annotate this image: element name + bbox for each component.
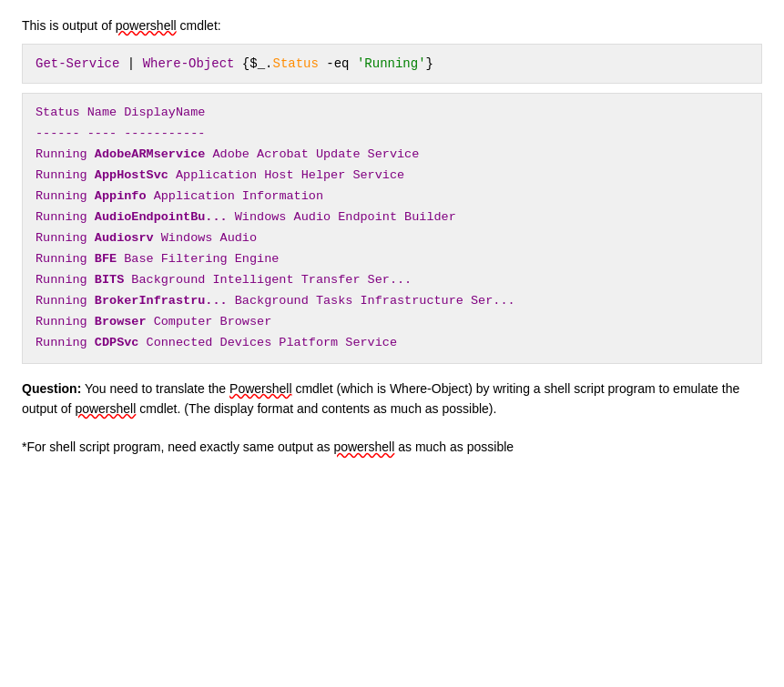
row-status: Running — [36, 189, 87, 203]
command-brace-open: {$_. — [234, 56, 272, 71]
row-display: Background Intelligent Transfer Ser... — [131, 273, 412, 287]
where-object-keyword: Where-Object — [143, 56, 235, 71]
table-header: Status Name DisplayName — [36, 103, 748, 124]
table-row: Running AdobeARMservice Adobe Acrobat Up… — [36, 145, 748, 166]
command-code-block: Get-Service | Where-Object {$_.Status -e… — [22, 44, 762, 84]
row-status: Running — [36, 168, 87, 182]
status-property: Status — [272, 56, 318, 71]
row-status: Running — [36, 147, 87, 161]
question-text1: You need to translate the — [81, 381, 229, 396]
row-display: Application Host Helper Service — [176, 168, 404, 182]
table-row: Running AppHostSvc Application Host Help… — [36, 166, 748, 187]
row-status: Running — [36, 231, 87, 245]
footer-text2: as much as possible — [394, 439, 514, 454]
footer-paragraph: *For shell script program, need exactly … — [22, 437, 762, 457]
row-name: Audiosrv — [95, 231, 154, 245]
powershell-word-intro: powershell — [116, 18, 177, 33]
question-label: Question: — [22, 381, 81, 396]
row-display: Base Filtering Engine — [124, 252, 279, 266]
intro-text-before: This is output of — [22, 18, 116, 33]
table-row: Running Audiosrv Windows Audio — [36, 228, 748, 249]
powershell-underline-1: Powershell — [229, 381, 291, 396]
row-display: Background Tasks Infrastructure Ser... — [235, 294, 515, 308]
table-row: Running AudioEndpointBu... Windows Audio… — [36, 207, 748, 228]
intro-text-after: cmdlet: — [177, 18, 221, 33]
pipe-symbol: | — [119, 56, 142, 71]
powershell-underline-footer: powershell — [333, 439, 394, 454]
row-status: Running — [36, 315, 87, 328]
table-row: Running Appinfo Application Information — [36, 187, 748, 207]
row-status: Running — [36, 252, 87, 266]
row-display: Windows Audio Endpoint Builder — [235, 210, 456, 224]
command-line: Get-Service | Where-Object {$_.Status -e… — [36, 54, 748, 74]
row-status: Running — [36, 294, 87, 308]
row-name: Appinfo — [95, 189, 147, 203]
row-name: AppHostSvc — [95, 168, 168, 182]
row-name: BITS — [95, 273, 124, 287]
row-name: Browser — [95, 315, 147, 328]
table-separator: ------ ---- ----------- — [36, 124, 748, 145]
get-service-keyword: Get-Service — [36, 56, 119, 71]
eq-operator: -eq — [319, 56, 357, 71]
row-status: Running — [36, 210, 87, 224]
row-name: BrokerInfrastru... — [95, 294, 228, 308]
output-table-block: Status Name DisplayName ------ ---- ----… — [22, 93, 762, 363]
row-name: AudioEndpointBu... — [95, 210, 228, 224]
table-row: Running BrokerInfrastru... Background Ta… — [36, 291, 748, 312]
table-rows: Running AdobeARMservice Adobe Acrobat Up… — [36, 145, 748, 353]
row-name: AdobeARMservice — [95, 147, 206, 161]
table-row: Running BFE Base Filtering Engine — [36, 249, 748, 270]
running-value: 'Running' — [357, 56, 426, 71]
row-name: CDPSvc — [95, 336, 139, 349]
row-status: Running — [36, 273, 87, 287]
row-display: Application Information — [154, 189, 323, 203]
question-paragraph: Question: You need to translate the Powe… — [22, 379, 762, 419]
question-text3: cmdlet. (The display format and contents… — [136, 401, 496, 416]
row-name: BFE — [95, 252, 117, 266]
table-row: Running CDPSvc Connected Devices Platfor… — [36, 333, 748, 354]
row-display: Computer Browser — [154, 315, 272, 328]
footer-text1: *For shell script program, need exactly … — [22, 439, 333, 454]
intro-paragraph: This is output of powershell cmdlet: — [22, 18, 762, 33]
powershell-underline-2: powershell — [75, 401, 136, 416]
command-brace-close: } — [426, 56, 433, 71]
row-display: Adobe Acrobat Update Service — [212, 147, 419, 161]
table-row: Running BITS Background Intelligent Tran… — [36, 270, 748, 291]
row-status: Running — [36, 336, 87, 349]
row-display: Windows Audio — [161, 231, 257, 245]
row-display: Connected Devices Platform Service — [147, 336, 397, 349]
table-row: Running Browser Computer Browser — [36, 312, 748, 333]
